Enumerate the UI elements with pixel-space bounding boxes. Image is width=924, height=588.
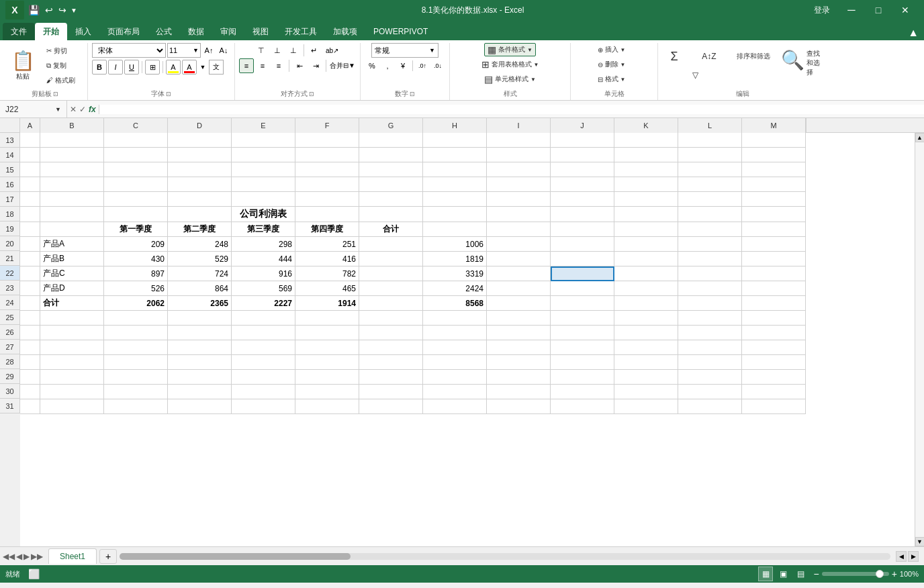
row-header-31[interactable]: 31 <box>0 399 20 413</box>
cell-L27[interactable] <box>678 340 742 355</box>
cell-H22[interactable]: 3319 <box>423 266 487 281</box>
cell-A29[interactable] <box>20 370 40 385</box>
find-select-button[interactable]: 🔍 查找和选择 <box>778 46 823 83</box>
font-family-select[interactable]: 宋体 <box>92 43 166 58</box>
zoom-out-button[interactable]: − <box>813 569 819 579</box>
cell-D13[interactable] <box>168 133 232 148</box>
cell-K21[interactable] <box>614 252 678 266</box>
cell-E25[interactable] <box>232 311 295 326</box>
cell-E26[interactable] <box>232 326 295 340</box>
cell-J14[interactable] <box>551 148 614 162</box>
cell-H27[interactable] <box>423 340 487 355</box>
cell-D25[interactable] <box>168 311 232 326</box>
cell-C29[interactable] <box>104 370 168 385</box>
cell-J19[interactable] <box>551 222 614 237</box>
cell-B25[interactable] <box>40 311 104 326</box>
tab-powerpivot[interactable]: POWERPIVOT <box>365 23 436 40</box>
clipboard-expand-icon[interactable]: ⊡ <box>53 91 58 97</box>
row-header-16[interactable]: 16 <box>0 177 20 192</box>
cell-E14[interactable] <box>232 148 295 162</box>
cell-F27[interactable] <box>295 340 359 355</box>
cell-M30[interactable] <box>742 385 806 399</box>
row-header-15[interactable]: 15 <box>0 162 20 177</box>
number-expand-icon[interactable]: ⊡ <box>410 91 415 97</box>
cell-G17[interactable] <box>359 192 423 207</box>
cell-E16[interactable] <box>232 177 295 192</box>
cell-D16[interactable] <box>168 177 232 192</box>
cell-A23[interactable] <box>20 281 40 296</box>
cell-E23[interactable]: 569 <box>232 281 295 296</box>
cell-M24[interactable] <box>742 296 806 311</box>
cell-J24[interactable] <box>551 296 614 311</box>
cell-B23[interactable]: 产品D <box>40 281 104 296</box>
align-left-button[interactable]: ≡ <box>239 58 254 73</box>
page-break-view-button[interactable]: ▤ <box>793 567 808 581</box>
cell-C23[interactable]: 526 <box>104 281 168 296</box>
cell-I27[interactable] <box>487 340 551 355</box>
cell-I25[interactable] <box>487 311 551 326</box>
align-top-button[interactable]: ⊤ <box>254 43 269 58</box>
cell-G25[interactable] <box>359 311 423 326</box>
cell-A19[interactable] <box>20 222 40 237</box>
cell-ref-dropdown-icon[interactable]: ▼ <box>55 106 61 113</box>
row-header-21[interactable]: 21 <box>0 251 20 266</box>
borders-button[interactable]: ⊞ <box>145 60 160 75</box>
cell-A20[interactable] <box>20 237 40 252</box>
row-header-26[interactable]: 26 <box>0 325 20 340</box>
cell-B30[interactable] <box>40 385 104 399</box>
align-bottom-button[interactable]: ⊥ <box>286 43 301 58</box>
cell-A25[interactable] <box>20 311 40 326</box>
table-fmt-dropdown-icon[interactable]: ▼ <box>534 62 539 68</box>
cell-M19[interactable] <box>742 222 806 237</box>
cell-E15[interactable] <box>232 162 295 177</box>
cell-L21[interactable] <box>678 252 742 266</box>
close-button[interactable]: ✕ <box>892 0 919 20</box>
cell-I31[interactable] <box>487 399 551 414</box>
font-expand-icon[interactable]: ⊡ <box>166 91 171 97</box>
cell-I30[interactable] <box>487 385 551 399</box>
tab-home[interactable]: 开始 <box>35 23 67 40</box>
cell-E29[interactable] <box>232 370 295 385</box>
cell-C28[interactable] <box>104 355 168 370</box>
cell-A21[interactable] <box>20 252 40 266</box>
row-header-22[interactable]: 22 <box>0 266 20 281</box>
cell-K15[interactable] <box>614 162 678 177</box>
page-layout-view-button[interactable]: ▣ <box>776 567 790 581</box>
row-header-14[interactable]: 14 <box>0 148 20 162</box>
vertical-scrollbar[interactable]: ▲ ▼ <box>915 133 924 546</box>
decrease-indent-button[interactable]: ⇤ <box>292 58 307 73</box>
cond-fmt-dropdown-icon[interactable]: ▼ <box>527 47 533 53</box>
row-header-28[interactable]: 28 <box>0 354 20 369</box>
cell-L29[interactable] <box>678 370 742 385</box>
sheet-prev-button[interactable]: ◀ <box>16 552 22 561</box>
cell-M21[interactable] <box>742 252 806 266</box>
cell-G15[interactable] <box>359 162 423 177</box>
cell-L25[interactable] <box>678 311 742 326</box>
cell-F24[interactable]: 1914 <box>295 296 359 311</box>
cell-I23[interactable] <box>487 281 551 296</box>
cell-K23[interactable] <box>614 281 678 296</box>
bold-button[interactable]: B <box>92 60 107 75</box>
cell-K13[interactable] <box>614 133 678 148</box>
macro-record-icon[interactable]: ⬜ <box>28 569 40 579</box>
cell-I15[interactable] <box>487 162 551 177</box>
cell-M26[interactable] <box>742 326 806 340</box>
cell-F22[interactable]: 782 <box>295 266 359 281</box>
row-header-30[interactable]: 30 <box>0 384 20 399</box>
cell-G21[interactable] <box>359 252 423 266</box>
col-header-G[interactable]: G <box>359 118 423 133</box>
cell-A26[interactable] <box>20 326 40 340</box>
cell-L16[interactable] <box>678 177 742 192</box>
copy-button[interactable]: ⧉ 复制 <box>43 59 83 72</box>
cell-H13[interactable] <box>423 133 487 148</box>
cell-K14[interactable] <box>614 148 678 162</box>
cell-L18[interactable] <box>678 207 742 222</box>
cell-K22[interactable] <box>614 266 678 281</box>
cell-A17[interactable] <box>20 192 40 207</box>
cell-F13[interactable] <box>295 133 359 148</box>
tab-developer[interactable]: 开发工具 <box>277 23 325 40</box>
cell-L26[interactable] <box>678 326 742 340</box>
row-header-29[interactable]: 29 <box>0 369 20 384</box>
add-sheet-button[interactable]: + <box>99 549 117 564</box>
cell-M27[interactable] <box>742 340 806 355</box>
